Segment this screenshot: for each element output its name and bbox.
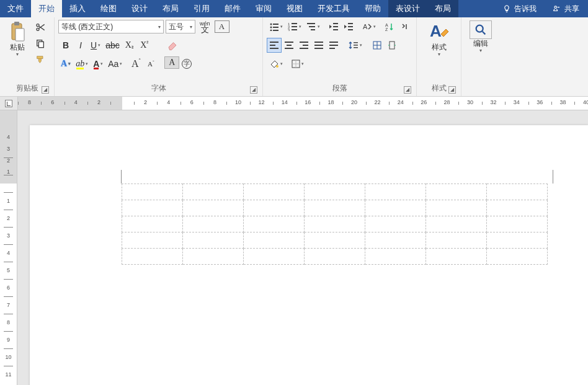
underline-button[interactable]: U▾: [88, 38, 103, 53]
tab-layout[interactable]: 布局: [155, 0, 186, 17]
tab-help[interactable]: 帮助: [357, 0, 388, 17]
table-row[interactable]: [122, 216, 548, 232]
align-left-icon: [270, 42, 278, 49]
increase-indent-button[interactable]: [341, 19, 356, 34]
font-size-combo[interactable]: 五号▾: [166, 20, 195, 33]
grow-font-button[interactable]: Aˆ: [128, 56, 143, 71]
tab-view[interactable]: 视图: [279, 0, 310, 17]
svg-rect-23: [333, 23, 338, 24]
ruler-vertical[interactable]: 43211234567891011: [0, 110, 17, 385]
enclose-characters-button[interactable]: 字: [179, 56, 194, 71]
align-distributed-button[interactable]: [326, 38, 341, 53]
svg-text:A: A: [430, 22, 442, 40]
svg-text:A: A: [385, 23, 388, 27]
tell-me[interactable]: 告诉我: [495, 0, 544, 17]
styles-button[interactable]: A 样式 ▾: [425, 19, 453, 58]
paragraph-settings-button[interactable]: [385, 38, 399, 53]
table-anchor-left: [121, 170, 122, 180]
tab-design[interactable]: 设计: [124, 0, 155, 17]
document-table[interactable]: [122, 184, 548, 265]
share-button[interactable]: 共享: [544, 0, 588, 17]
superscript-button[interactable]: X²: [137, 38, 152, 53]
table-row[interactable]: [122, 232, 548, 249]
tab-draw[interactable]: 绘图: [93, 0, 124, 17]
styles-dialog-launcher[interactable]: ◢: [448, 86, 456, 94]
svg-rect-21: [309, 26, 315, 27]
sort-button[interactable]: AZ: [382, 19, 397, 34]
clipboard-dialog-launcher[interactable]: ◢: [42, 86, 49, 94]
tab-table-design[interactable]: 表设计: [388, 0, 427, 17]
align-left-button[interactable]: [267, 38, 282, 53]
tab-mail[interactable]: 邮件: [217, 0, 248, 17]
subscript-button[interactable]: X₂: [122, 38, 137, 53]
text-effects-button[interactable]: A▾: [58, 56, 73, 71]
svg-rect-9: [273, 24, 278, 25]
bullets-button[interactable]: ▾: [267, 19, 285, 34]
snap-to-grid-button[interactable]: [370, 38, 385, 53]
align-center-icon: [285, 42, 293, 49]
change-case-button[interactable]: Aa▾: [105, 56, 125, 71]
phonetic-guide-button[interactable]: wén文: [197, 19, 213, 34]
align-right-button[interactable]: [296, 38, 311, 53]
bucket-icon: [269, 60, 279, 68]
group-styles-label: 样式: [432, 84, 447, 92]
bold-button[interactable]: B: [58, 38, 73, 53]
decrease-indent-button[interactable]: [326, 19, 341, 34]
numbering-button[interactable]: 123▾: [285, 19, 304, 34]
font-name-value: 等线 (西文正文): [61, 22, 113, 32]
edit-button[interactable]: 编辑 ▾: [467, 19, 494, 55]
tab-file[interactable]: 文件: [0, 0, 31, 17]
document-canvas[interactable]: [17, 110, 588, 385]
svg-point-0: [555, 6, 557, 8]
svg-point-12: [270, 30, 272, 32]
lightbulb-icon: [502, 4, 511, 13]
shrink-font-button[interactable]: Aˇ: [143, 56, 158, 71]
ruler-horizontal[interactable]: 8642246810121416182022242628303234363840…: [17, 97, 588, 110]
shading-button[interactable]: ▾: [267, 56, 285, 71]
character-shading-button[interactable]: A: [164, 56, 179, 69]
svg-rect-40: [300, 48, 308, 49]
table-row[interactable]: [122, 200, 548, 216]
svg-rect-43: [314, 48, 323, 49]
asian-layout-button[interactable]: A▾: [360, 19, 378, 34]
eraser-button[interactable]: [164, 38, 180, 53]
multilevel-list-button[interactable]: ▾: [304, 19, 323, 34]
svg-rect-2: [14, 22, 19, 25]
work-area: 43211234567891011: [0, 110, 588, 385]
format-painter-button[interactable]: [33, 53, 47, 66]
tab-review[interactable]: 审阅: [248, 0, 279, 17]
tab-references[interactable]: 引用: [186, 0, 217, 17]
table-row[interactable]: [122, 184, 548, 200]
italic-button[interactable]: I: [73, 38, 88, 53]
ribbon: 粘贴 ▾ 剪贴板◢ 等线 (西文正文)▾ 五号▾ wén文 A B I U▾: [0, 17, 588, 97]
highlight-button[interactable]: ab▾: [73, 56, 91, 71]
tab-devtools[interactable]: 开发工具: [310, 0, 357, 17]
cut-button[interactable]: [33, 20, 47, 34]
character-border-button[interactable]: A: [215, 20, 229, 33]
eraser-icon: [167, 40, 178, 50]
tab-home[interactable]: 开始: [31, 0, 62, 17]
copy-button[interactable]: [33, 37, 47, 50]
svg-rect-26: [348, 23, 353, 24]
paragraph-dialog-launcher[interactable]: ◢: [404, 86, 411, 94]
align-center-button[interactable]: [282, 38, 296, 53]
svg-rect-7: [38, 42, 43, 47]
align-right-icon: [300, 42, 308, 49]
tab-selector[interactable]: [0, 97, 17, 110]
font-dialog-launcher[interactable]: ◢: [250, 86, 257, 94]
tab-table-layout[interactable]: 布局: [427, 0, 458, 17]
font-color-button[interactable]: A▾: [91, 56, 105, 71]
paste-button[interactable]: 粘贴 ▾: [4, 19, 31, 58]
font-name-combo[interactable]: 等线 (西文正文)▾: [58, 20, 164, 33]
borders-button[interactable]: ▾: [289, 56, 306, 71]
strikethrough-button[interactable]: abc: [103, 38, 122, 53]
table-row[interactable]: [122, 249, 548, 265]
align-justify-button[interactable]: [311, 38, 326, 53]
tab-insert[interactable]: 插入: [62, 0, 93, 17]
brush-icon: [35, 55, 45, 64]
svg-point-8: [270, 24, 272, 25]
paste-icon: [7, 20, 28, 43]
show-marks-button[interactable]: [397, 19, 412, 34]
line-spacing-button[interactable]: ▾: [346, 38, 365, 53]
ruler-horizontal-area: 8642246810121416182022242628303234363840…: [0, 97, 588, 110]
